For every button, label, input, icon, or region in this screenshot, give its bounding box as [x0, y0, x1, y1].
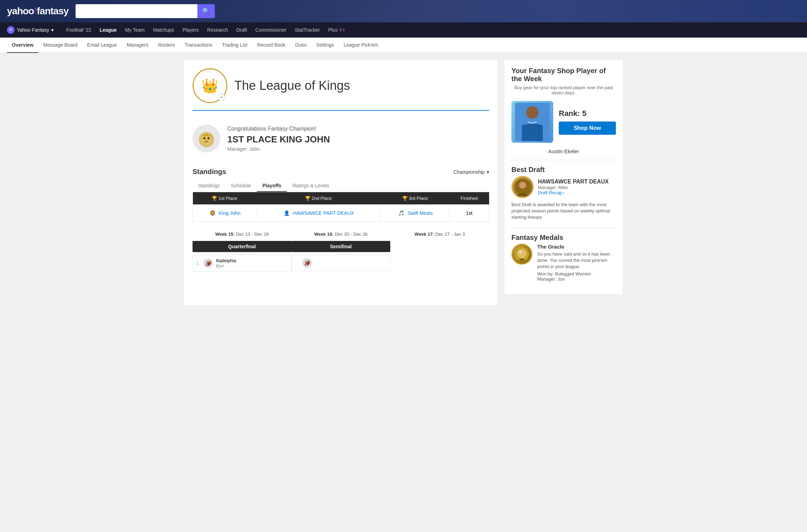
tab-schedule[interactable]: Schedule	[225, 180, 257, 192]
draft-manager: Manager: Mike	[538, 185, 609, 190]
oracle-medal-winner: Won by: Bolegged Women	[537, 271, 616, 276]
nav-link-commissioner[interactable]: Commissioner	[251, 22, 290, 38]
table-row: 🦁 King John 👤 HAWSAWCE PART DEAUX 🎵	[193, 205, 489, 222]
champion-name: 1ST PLACE KING JOHN	[227, 134, 489, 145]
team-king-john-link[interactable]: 🦁 King John	[197, 209, 252, 217]
subnav-email-league[interactable]: Email League	[82, 38, 122, 53]
king-john-icon: 🦁	[208, 209, 217, 217]
svg-point-3	[203, 137, 205, 139]
illadelphia-icon: 🏈	[203, 258, 213, 268]
svg-point-12	[519, 251, 522, 253]
champion-congrats: Congratulations Fantasy Champion!	[227, 126, 489, 132]
nav-link-research[interactable]: Research	[203, 22, 232, 38]
subnav-dues[interactable]: Dues	[290, 38, 312, 53]
oracle-medal-name: The Oracle	[537, 244, 616, 250]
medals-title: Fantasy Medals	[511, 234, 616, 242]
edit-icon[interactable]: ✏	[218, 94, 225, 101]
nav-link-players[interactable]: Players	[178, 22, 203, 38]
quarterfinal-col: Quarterfinal 1 🏈 Illadelphia Bye	[193, 241, 291, 272]
cell-finished: 1st	[449, 205, 489, 222]
shop-now-button[interactable]: Shop Now	[559, 122, 616, 135]
sub-nav: Overview Message Board Email League Mana…	[0, 38, 807, 53]
nav-link-league[interactable]: League	[95, 22, 121, 38]
tab-standings[interactable]: Standings	[193, 180, 225, 192]
draft-recap-link[interactable]: Draft Recap ›	[538, 190, 609, 195]
subnav-pickem[interactable]: League Pick'em	[339, 38, 383, 53]
nav-brand[interactable]: ⚙ Yahoo Fantasy ▾	[7, 26, 54, 34]
championship-dropdown[interactable]: Championship	[454, 169, 489, 175]
subnav-settings[interactable]: Settings	[311, 38, 339, 53]
left-panel: 👑 ✏ The League of Kings	[184, 60, 497, 305]
svg-point-4	[207, 137, 210, 139]
oracle-medal-manager: Manager: Jon	[537, 276, 616, 282]
yahoo-logo: yahoo!fantasy	[7, 6, 69, 17]
league-title: The League of Kings	[234, 78, 350, 93]
right-panel: Your Fantasy Shop Player of the Week Buy…	[504, 60, 623, 294]
cell-third: 🎵 Swift Meats	[381, 205, 449, 222]
svg-point-7	[526, 106, 539, 119]
seed-label: 1	[196, 261, 201, 266]
subnav-overview[interactable]: Overview	[7, 38, 38, 53]
team-swift-link[interactable]: 🎵 Swift Meats	[385, 209, 445, 217]
tab-playoffs[interactable]: Playoffs	[257, 180, 287, 192]
bracket-section: Week 15: Dec 13 - Dec 19 Week 16: Dec 20…	[193, 230, 489, 297]
svg-point-11	[518, 249, 526, 258]
bracket-matchup-semi: 🏈	[291, 255, 390, 271]
subnav-trading-list[interactable]: Trading List	[217, 38, 252, 53]
nav-plus[interactable]: Plus Y+	[324, 27, 350, 33]
player-silhouette	[515, 103, 550, 141]
col-third-place: 🏆 3rd Place	[381, 192, 449, 205]
subnav-transactions[interactable]: Transactions	[180, 38, 217, 53]
search-input[interactable]	[76, 4, 197, 18]
week-headers: Week 15: Dec 13 - Dec 19 Week 16: Dec 20…	[193, 230, 489, 238]
medal-item-oracle: The Oracle So you have said and so it ha…	[511, 244, 616, 282]
subnav-rosters[interactable]: Rosters	[153, 38, 180, 53]
nav-link-stattracker[interactable]: StatTracker	[291, 22, 324, 38]
bracket-team-semi-1: 🏈	[292, 255, 390, 271]
champion-section: Congratulations Fantasy Champion! 1ST PL…	[193, 119, 489, 158]
lion-icon	[194, 126, 219, 151]
draft-team-info: HAWSAWCE PART DEAUX Manager: Mike Draft …	[538, 179, 609, 195]
semifinal-col: Semifinal 🏈	[291, 241, 390, 271]
player-of-week: Rank: 5 Shop Now	[511, 101, 616, 143]
trophy-icon-3: 🏆	[402, 196, 408, 201]
best-draft-title: Best Draft	[511, 166, 616, 174]
nav-bar: ⚙ Yahoo Fantasy ▾ Football '22 League My…	[0, 22, 807, 38]
bracket-team-name: Illadelphia Bye	[216, 258, 236, 268]
nav-link-football[interactable]: Football '22	[62, 22, 95, 38]
shop-section: Your Fantasy Shop Player of the Week Buy…	[511, 67, 616, 154]
subnav-managers[interactable]: Managers	[122, 38, 153, 53]
divider-1	[511, 160, 616, 160]
subnav-record-book[interactable]: Record Book	[252, 38, 290, 53]
team-hawsawce-link[interactable]: 👤 HAWSAWCE PART DEAUX	[260, 209, 376, 217]
week17-header: Week 17: Dec 27 - Jan 3	[390, 230, 489, 238]
top-header: yahoo!fantasy 🔍	[0, 0, 807, 22]
draft-description: Best Draft is awarded to the team with t…	[511, 202, 616, 221]
tab-ratings[interactable]: Ratings & Levels	[287, 180, 335, 192]
hawsawce-icon: 👤	[283, 209, 291, 217]
col-first-place: 🏆 1st Place	[193, 192, 256, 205]
search-button[interactable]: 🔍	[197, 4, 215, 18]
player-info: Rank: 5 Shop Now	[559, 109, 616, 135]
trophy-icon-2: 🏆	[305, 196, 311, 201]
champion-avatar	[193, 125, 220, 152]
quarterfinal-header: Quarterfinal	[193, 241, 291, 252]
svg-point-5	[205, 139, 207, 141]
nav-link-matchups[interactable]: Matchups	[149, 22, 179, 38]
best-draft-team: HAWSAWCE PART DEAUX Manager: Mike Draft …	[511, 176, 616, 198]
nav-link-draft[interactable]: Draft	[232, 22, 251, 38]
crown-icon: 👑	[201, 78, 219, 94]
standings-header: Standings Championship	[193, 168, 489, 176]
bracket-matchup-1: 1 🏈 Illadelphia Bye	[193, 255, 291, 272]
divider-2	[511, 228, 616, 228]
player-photo	[511, 101, 553, 143]
draft-avatar-icon	[514, 178, 531, 196]
svg-point-9	[519, 182, 526, 189]
trophy-icon: 🏆	[212, 196, 217, 201]
standings-title: Standings	[193, 168, 226, 176]
subnav-message-board[interactable]: Message Board	[38, 38, 82, 53]
shop-subtitle: Buy gear for your top-ranked player over…	[511, 85, 616, 95]
draft-team-name: HAWSAWCE PART DEAUX	[538, 179, 609, 185]
nav-link-myteam[interactable]: My Team	[121, 22, 149, 38]
standings-tabs: Standings Schedule Playoffs Ratings & Le…	[193, 180, 489, 192]
